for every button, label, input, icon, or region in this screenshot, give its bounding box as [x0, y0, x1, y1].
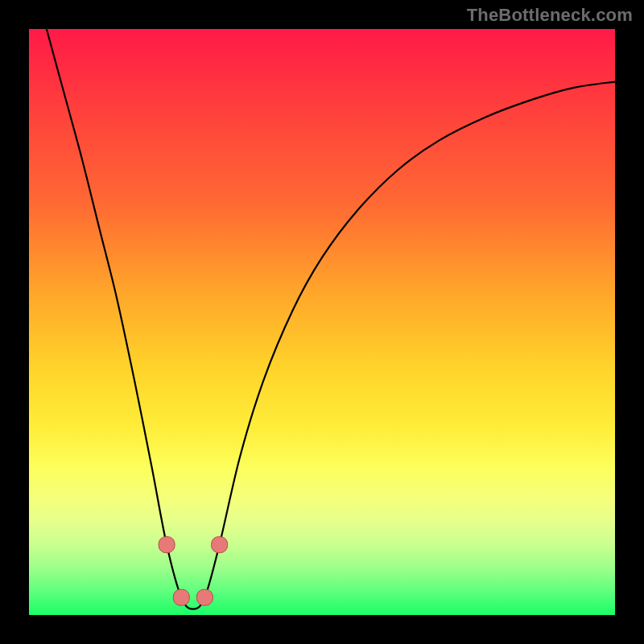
watermark-text: TheBottleneck.com	[467, 5, 633, 26]
highlight-dot	[159, 537, 175, 553]
chart-frame: TheBottleneck.com	[0, 0, 644, 644]
highlight-dot	[173, 589, 189, 605]
highlight-dot	[212, 537, 228, 553]
bottleneck-curve	[47, 29, 615, 609]
highlight-markers	[159, 537, 228, 606]
plot-area	[29, 29, 615, 615]
curve-layer	[29, 29, 615, 615]
highlight-dot	[196, 589, 213, 605]
